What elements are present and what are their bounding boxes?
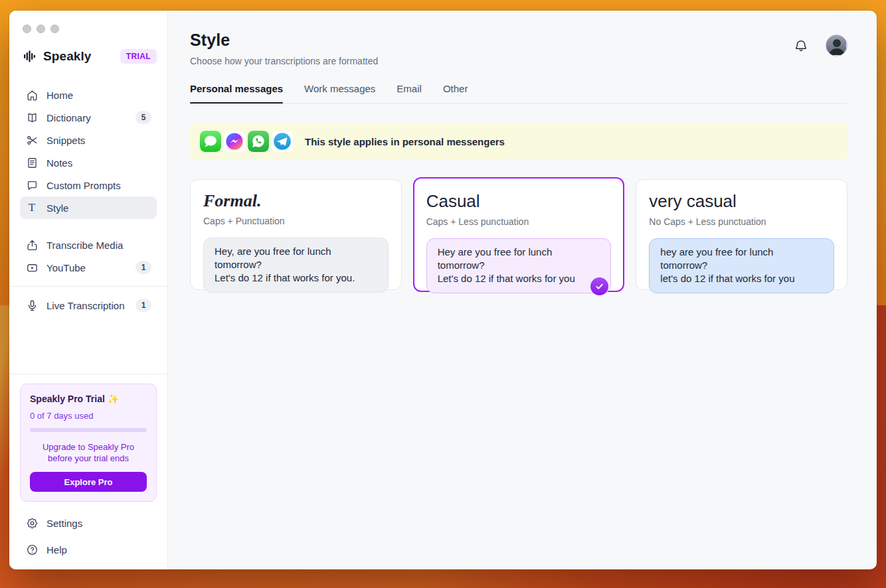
style-card-description: Caps + Punctuation <box>203 216 389 226</box>
messenger-icon <box>224 131 245 152</box>
page-header: Style Choose how your transcriptions are… <box>190 31 847 66</box>
selected-check-icon <box>590 277 608 295</box>
sidebar-footer-divider <box>9 374 167 374</box>
sidebar-item-label: YouTube <box>46 262 86 273</box>
example-line: hey are you free for lunch tomorrow? <box>660 246 823 272</box>
sidebar-item-youtube[interactable]: YouTube 1 <box>20 256 157 279</box>
sidebar-item-label: Home <box>46 90 73 101</box>
sidebar-item-transcribe-media[interactable]: Transcribe Media <box>20 234 157 256</box>
sidebar-item-label: Custom Prompts <box>46 180 121 191</box>
style-cards: Formal. Caps + Punctuation Hey, are you … <box>190 179 847 292</box>
microphone-icon <box>25 299 39 312</box>
home-icon <box>25 88 39 102</box>
example-line: let's do 12 if that works for you <box>660 272 823 285</box>
trial-progress-bar <box>30 428 147 432</box>
style-card-description: Caps + Less punctuation <box>426 216 612 227</box>
sidebar-item-notes[interactable]: Notes <box>20 151 157 174</box>
window-controls <box>23 25 157 33</box>
tab-personal-messages[interactable]: Personal messages <box>190 83 283 103</box>
gear-icon <box>25 516 39 530</box>
count-badge: 1 <box>135 261 151 274</box>
telegram-icon <box>272 131 293 152</box>
zoom-window-button[interactable] <box>50 25 59 33</box>
text-style-icon: T <box>25 201 39 214</box>
trial-upsell-card: Speakly Pro Trial ✨ 0 of 7 days used Upg… <box>20 384 157 502</box>
style-card-title: very casual <box>649 191 834 212</box>
page-subtitle: Choose how your transcriptions are forma… <box>190 56 378 66</box>
sidebar-item-custom-prompts[interactable]: Custom Prompts <box>20 174 157 196</box>
chat-bubble-icon <box>25 179 39 192</box>
sidebar-divider <box>9 286 167 287</box>
sidebar-footer: Settings Help <box>20 510 157 563</box>
sidebar-item-label: Help <box>46 544 67 555</box>
sidebar-item-settings[interactable]: Settings <box>20 510 157 536</box>
sidebar: Speakly TRIAL Home Dictionary 5 <box>9 11 168 569</box>
sidebar-item-label: Transcribe Media <box>46 240 123 251</box>
example-message-bubble: hey are you free for lunch tomorrow? let… <box>649 238 834 293</box>
style-card-casual[interactable]: Casual Caps + Less punctuation Hey are y… <box>413 177 625 292</box>
example-message-bubble: Hey, are you free for lunch tomorrow? Le… <box>203 238 389 293</box>
count-badge: 1 <box>135 299 151 312</box>
tab-work-messages[interactable]: Work messages <box>304 83 375 103</box>
trial-usage-text: 0 of 7 days used <box>30 411 147 421</box>
style-card-title: Formal. <box>203 191 389 211</box>
imessage-icon <box>200 131 221 152</box>
sidebar-item-label: Settings <box>46 518 82 529</box>
style-card-formal[interactable]: Formal. Caps + Punctuation Hey, are you … <box>190 179 402 290</box>
trial-badge: TRIAL <box>120 49 157 64</box>
sidebar-item-label: Live Transcription <box>46 300 125 311</box>
minimize-window-button[interactable] <box>37 25 45 33</box>
help-icon <box>25 543 39 556</box>
style-card-description: No Caps + Less punctuation <box>649 216 834 227</box>
info-banner: This style applies in personal messenger… <box>190 123 847 160</box>
example-line: Hey are you free for lunch tomorrow? <box>438 246 600 272</box>
sidebar-item-home[interactable]: Home <box>20 84 157 106</box>
whatsapp-icon <box>248 131 269 152</box>
tab-email[interactable]: Email <box>397 83 422 103</box>
sidebar-nav: Home Dictionary 5 Snippets Notes <box>20 84 157 317</box>
sidebar-item-label: Snippets <box>46 135 85 146</box>
banner-text: This style applies in personal messenger… <box>305 136 505 147</box>
page-title: Style <box>190 31 378 50</box>
note-icon <box>25 156 39 169</box>
sidebar-item-live-transcription[interactable]: Live Transcription 1 <box>20 294 157 317</box>
upload-icon <box>25 238 39 252</box>
sidebar-item-label: Style <box>46 202 68 214</box>
book-icon <box>25 111 39 124</box>
trial-upgrade-text: Upgrade to Speakly Pro before your trial… <box>30 441 147 464</box>
tab-other[interactable]: Other <box>443 83 468 103</box>
youtube-icon <box>25 261 39 274</box>
notifications-bell-icon[interactable] <box>794 38 808 53</box>
style-card-title: Casual <box>426 191 612 212</box>
sidebar-item-help[interactable]: Help <box>20 536 157 563</box>
sidebar-item-label: Notes <box>46 157 72 169</box>
user-avatar[interactable] <box>826 35 847 56</box>
app-window: Speakly TRIAL Home Dictionary 5 <box>9 11 877 569</box>
sidebar-item-style[interactable]: T Style <box>20 196 157 219</box>
example-line: Let's do 12 if that works for you. <box>215 271 377 285</box>
sidebar-item-snippets[interactable]: Snippets <box>20 129 157 151</box>
example-line: Let's do 12 if that works for you <box>438 272 600 285</box>
count-badge: 5 <box>135 111 151 124</box>
scissors-icon <box>25 133 39 147</box>
sidebar-item-label: Dictionary <box>46 112 91 123</box>
style-card-very-casual[interactable]: very casual No Caps + Less punctuation h… <box>636 179 847 290</box>
waveform-logo-icon <box>23 49 37 64</box>
close-window-button[interactable] <box>23 25 31 33</box>
example-message-bubble: Hey are you free for lunch tomorrow? Let… <box>426 238 612 293</box>
sidebar-item-dictionary[interactable]: Dictionary 5 <box>20 106 157 129</box>
style-tabs: Personal messages Work messages Email Ot… <box>190 83 847 104</box>
app-logo: Speakly TRIAL <box>23 49 157 64</box>
explore-pro-button[interactable]: Explore Pro <box>30 472 147 492</box>
main-content: Style Choose how your transcriptions are… <box>168 11 877 569</box>
trial-card-title: Speakly Pro Trial ✨ <box>30 394 147 404</box>
example-line: Hey, are you free for lunch tomorrow? <box>215 245 377 271</box>
messenger-app-icons <box>200 131 293 152</box>
app-name: Speakly <box>43 49 92 64</box>
